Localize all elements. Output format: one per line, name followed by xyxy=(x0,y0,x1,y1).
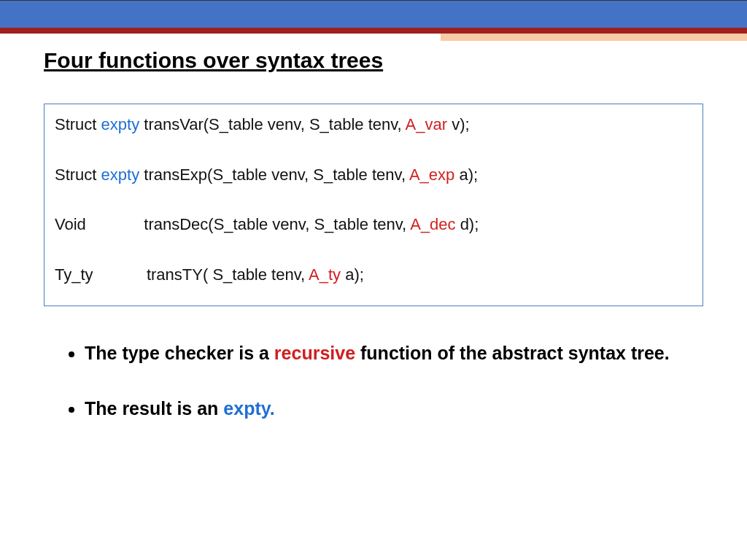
code-row-4: Ty_ty transTY( S_table tenv, A_ty a); xyxy=(55,265,692,286)
bullet-text: The result is an xyxy=(85,398,223,419)
bullet-item-2: The result is an expty. xyxy=(85,397,703,421)
code-keyword: expty xyxy=(101,115,140,133)
bullet-item-1: The type checker is a recursive function… xyxy=(85,341,703,366)
code-text: a); xyxy=(454,166,478,184)
header-orange-bar xyxy=(441,34,747,41)
code-row-2: Struct expty transExp(S_table venv, S_ta… xyxy=(55,165,692,186)
code-keyword: expty xyxy=(101,166,140,184)
code-text: Struct xyxy=(55,115,101,133)
header-orange-wrap xyxy=(0,34,747,41)
bullet-text: function of the abstract syntax tree. xyxy=(355,343,670,363)
header-blue-bar xyxy=(0,0,747,28)
slide-content: Four functions over syntax trees Struct … xyxy=(0,41,747,421)
bullet-highlight: recursive xyxy=(274,343,355,363)
code-text: a); xyxy=(341,265,364,284)
code-text: Struct xyxy=(55,166,101,184)
code-text: v); xyxy=(447,115,470,133)
code-box: Struct expty transVar(S_table venv, S_ta… xyxy=(44,104,703,306)
bullet-highlight: expty. xyxy=(223,398,274,419)
code-type: A_var xyxy=(406,115,447,133)
slide-header xyxy=(0,0,747,41)
code-text: Ty_ty transTY( S_table tenv, xyxy=(55,265,309,284)
code-type: A_ty xyxy=(309,265,341,284)
slide-title: Four functions over syntax trees xyxy=(44,48,703,73)
code-text: transExp(S_table venv, S_table tenv, xyxy=(139,166,409,184)
code-row-1: Struct expty transVar(S_table venv, S_ta… xyxy=(55,114,692,136)
bullet-list: The type checker is a recursive function… xyxy=(44,341,703,421)
code-type: A_exp xyxy=(409,166,454,184)
code-text: d); xyxy=(456,215,479,233)
bullet-text: The type checker is a xyxy=(85,343,274,363)
code-type: A_dec xyxy=(410,215,455,233)
header-red-bar xyxy=(0,28,747,34)
code-text: transVar(S_table venv, S_table tenv, xyxy=(139,115,405,133)
code-row-3: Void transDec(S_table venv, S_table tenv… xyxy=(55,214,692,236)
code-text: Void transDec(S_table venv, S_table tenv… xyxy=(55,215,410,233)
